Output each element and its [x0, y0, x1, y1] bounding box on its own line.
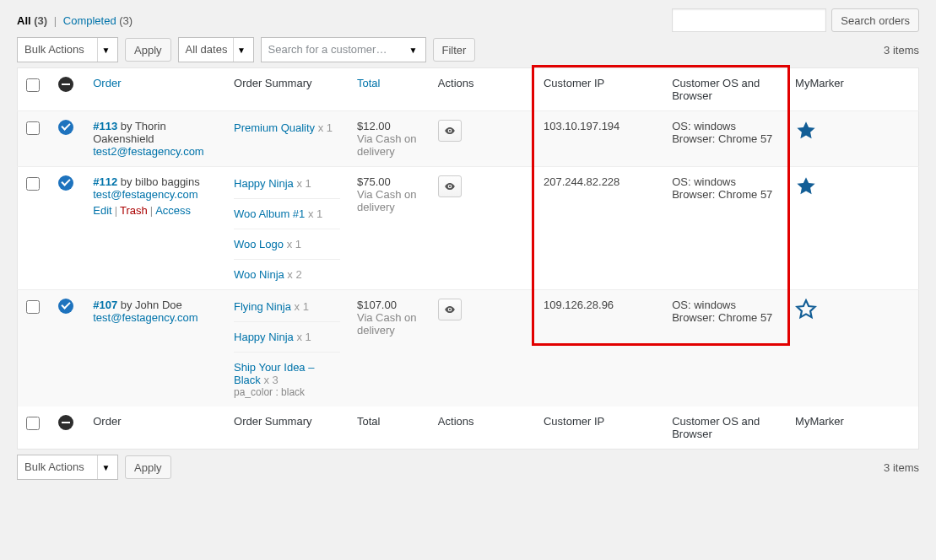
- product-link[interactable]: Woo Ninja: [234, 268, 284, 281]
- product-qty: x 1: [294, 331, 311, 343]
- order-link[interactable]: #113: [93, 120, 117, 132]
- filter-button[interactable]: Filter: [433, 38, 476, 62]
- edit-link[interactable]: Edit: [93, 204, 111, 217]
- col-order[interactable]: Order: [84, 68, 225, 111]
- product-link[interactable]: Woo Album #1: [234, 207, 305, 220]
- order-link[interactable]: #107: [93, 299, 117, 311]
- order-email[interactable]: test@festagency.com: [93, 188, 197, 201]
- status-completed-icon: [58, 175, 73, 191]
- product-qty: x 2: [284, 268, 302, 281]
- item-count-bottom: 3 items: [884, 461, 919, 474]
- status-completed-icon: [58, 120, 73, 135]
- customer-search[interactable]: Search for a customer… ▼: [261, 37, 426, 62]
- payment-via: Via Cash on delivery: [357, 311, 421, 337]
- product-qty: x 1: [305, 207, 322, 220]
- search-button[interactable]: Search orders: [831, 8, 919, 32]
- customer-ip: 109.126.28.96: [535, 290, 663, 407]
- summary-item: Woo Logo x 1: [234, 236, 340, 260]
- status-header-icon: [58, 77, 73, 92]
- payment-via: Via Cash on delivery: [357, 132, 421, 158]
- preview-button[interactable]: [438, 175, 462, 197]
- summary-item: Woo Ninja x 2: [234, 267, 340, 281]
- trash-link[interactable]: Trash: [120, 204, 148, 217]
- bulk-actions-select-bottom[interactable]: Bulk Actions ▼: [17, 455, 118, 480]
- chevron-down-icon: ▼: [405, 38, 422, 62]
- customer-browser: Browser: Chrome 57: [672, 311, 778, 324]
- row-checkbox[interactable]: [26, 300, 40, 314]
- customer-ip: 103.10.197.194: [535, 111, 663, 167]
- customer-ip: 207.244.82.228: [535, 167, 663, 290]
- col-order-foot[interactable]: Order: [84, 407, 225, 450]
- preview-button[interactable]: [438, 299, 462, 320]
- orders-table: Order Order Summary Total Actions Custom…: [17, 67, 919, 450]
- order-total: $75.00: [357, 175, 421, 188]
- marker-star-icon[interactable]: [795, 310, 817, 323]
- table-row: #113 by Thorin Oakenshieldtest2@festagen…: [18, 111, 919, 167]
- product-qty: x 1: [291, 300, 309, 313]
- apply-button[interactable]: Apply: [125, 38, 171, 62]
- customer-browser: Browser: Chrome 57: [672, 132, 778, 145]
- search-box: Search orders: [672, 8, 919, 32]
- summary-item: Woo Album #1 x 1: [234, 206, 340, 229]
- order-by: by bilbo baggins: [117, 175, 200, 188]
- customer-os: OS: windows: [672, 120, 778, 132]
- col-os: Customer OS and Browser: [663, 68, 787, 111]
- marker-star-icon[interactable]: [795, 187, 817, 200]
- order-total: $12.00: [357, 120, 421, 132]
- chevron-down-icon: ▼: [233, 38, 250, 62]
- preview-button[interactable]: [438, 120, 462, 142]
- status-filters: All (3) | Completed (3): [17, 14, 133, 27]
- customer-os: OS: windows: [672, 299, 778, 311]
- chevron-down-icon: ▼: [97, 38, 114, 62]
- product-meta: pa_color : black: [234, 386, 340, 398]
- order-by: by John Doe: [117, 299, 182, 311]
- select-all-foot[interactable]: [26, 417, 40, 430]
- summary-item: Ship Your Idea – Black x 3pa_color : bla…: [234, 359, 340, 398]
- order-email[interactable]: test@festagency.com: [93, 311, 197, 324]
- filter-all[interactable]: All (3): [17, 14, 51, 27]
- table-row: #112 by bilbo bagginstest@festagency.com…: [18, 167, 919, 290]
- dates-filter[interactable]: All dates ▼: [178, 37, 254, 62]
- item-count: 3 items: [884, 44, 919, 57]
- product-link[interactable]: Flying Ninja: [234, 300, 291, 313]
- product-link[interactable]: Premium Quality: [234, 121, 315, 134]
- access-link[interactable]: Access: [155, 204, 191, 217]
- customer-os: OS: windows: [672, 175, 778, 188]
- product-link[interactable]: Happy Ninja: [234, 331, 294, 343]
- chevron-down-icon: ▼: [97, 455, 114, 479]
- col-ip: Customer IP: [535, 68, 663, 111]
- order-email[interactable]: test2@festagency.com: [93, 145, 203, 158]
- status-completed-icon: [58, 299, 73, 314]
- col-actions: Actions: [430, 68, 535, 111]
- apply-button-bottom[interactable]: Apply: [125, 455, 171, 479]
- row-checkbox[interactable]: [26, 121, 40, 135]
- payment-via: Via Cash on delivery: [357, 188, 421, 213]
- summary-item: Premium Quality x 1: [234, 120, 340, 134]
- row-checkbox[interactable]: [26, 177, 40, 191]
- row-actions: Edit|Trash|Access: [93, 204, 217, 217]
- status-footer-icon: [58, 415, 73, 430]
- product-qty: x 1: [294, 177, 311, 190]
- col-total[interactable]: Total: [349, 68, 430, 111]
- bulk-actions-select[interactable]: Bulk Actions ▼: [17, 37, 118, 62]
- product-link[interactable]: Happy Ninja: [234, 177, 294, 190]
- summary-item: Flying Ninja x 1: [234, 299, 340, 322]
- summary-item: Happy Ninja x 1: [234, 329, 340, 353]
- order-link[interactable]: #112: [93, 175, 117, 188]
- customer-browser: Browser: Chrome 57: [672, 188, 778, 201]
- select-all[interactable]: [26, 78, 40, 92]
- filter-completed[interactable]: Completed (3): [63, 14, 133, 27]
- table-row: #107 by John Doetest@festagency.comFlyin…: [18, 290, 919, 407]
- summary-item: Happy Ninja x 1: [234, 175, 340, 199]
- product-qty: x 3: [261, 374, 279, 386]
- marker-star-icon[interactable]: [795, 132, 817, 144]
- order-total: $107.00: [357, 299, 421, 311]
- product-qty: x 1: [315, 121, 333, 134]
- product-link[interactable]: Woo Logo: [234, 238, 284, 250]
- search-input[interactable]: [672, 8, 826, 32]
- col-summary: Order Summary: [225, 68, 349, 111]
- product-qty: x 1: [284, 238, 301, 250]
- col-marker: MyMarker: [787, 68, 918, 111]
